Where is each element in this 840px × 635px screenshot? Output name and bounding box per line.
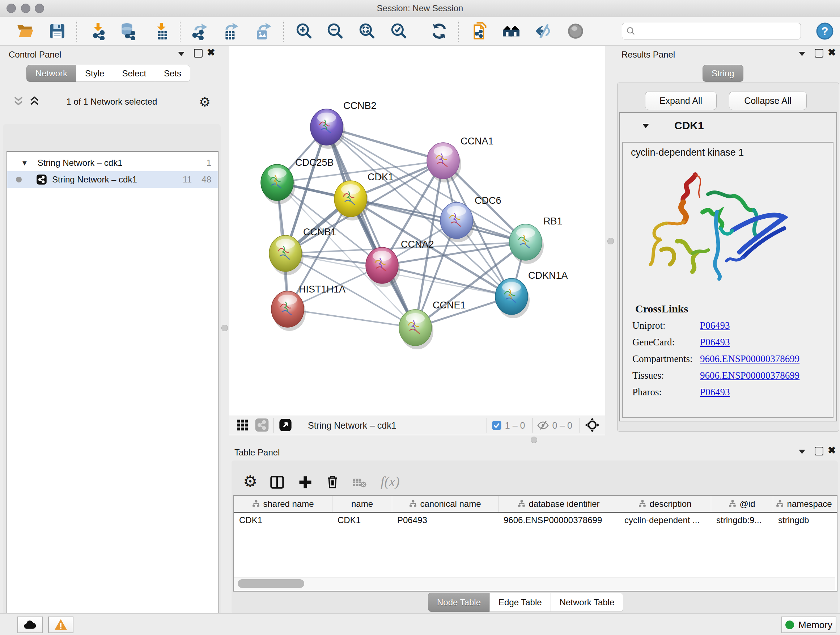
column-type-icon bbox=[252, 500, 260, 508]
grid-view-button[interactable] bbox=[236, 418, 249, 432]
table-row[interactable]: CDK1CDK1P064939606.ENSP00000378699cyclin… bbox=[234, 513, 837, 528]
network-node-CDC25B[interactable] bbox=[261, 165, 295, 204]
maximize-panel-button[interactable] bbox=[194, 49, 202, 57]
network-collection-row[interactable]: ▼ String Network – cdk1 1 bbox=[7, 155, 218, 171]
zoom-selected-button[interactable] bbox=[390, 22, 408, 40]
float-results-panel-button[interactable] bbox=[799, 52, 805, 56]
tab-node-table[interactable]: Node Table bbox=[428, 593, 490, 612]
delete-column-button[interactable] bbox=[325, 474, 340, 491]
horizontal-splitter-handle[interactable] bbox=[531, 437, 537, 443]
network-row[interactable]: String Network – cdk1 11 48 bbox=[7, 171, 218, 188]
collapse-all-button[interactable]: Collapse All bbox=[729, 92, 807, 110]
tab-select[interactable]: Select bbox=[113, 65, 155, 82]
crosslink-link[interactable]: P06493 bbox=[700, 386, 730, 398]
open-session-button[interactable] bbox=[16, 22, 34, 40]
gene-collapse-triangle[interactable] bbox=[643, 124, 649, 128]
gene-symbol: CDK1 bbox=[674, 119, 704, 132]
tab-network-table[interactable]: Network Table bbox=[551, 593, 624, 612]
memory-button[interactable]: Memory bbox=[782, 616, 836, 633]
export-network-button[interactable] bbox=[191, 22, 209, 40]
column-header-shared-name[interactable]: shared name bbox=[234, 496, 332, 512]
column-header-database-identifier[interactable]: database identifier bbox=[499, 496, 619, 512]
zoom-selected-icon bbox=[390, 22, 408, 40]
import-network-file-button[interactable] bbox=[89, 22, 107, 40]
table-options-gear-button[interactable]: ⚙ bbox=[243, 473, 257, 489]
table-hscrollbar-thumb[interactable] bbox=[238, 579, 304, 588]
zoom-fit-button[interactable] bbox=[358, 22, 376, 40]
column-type-icon bbox=[729, 500, 737, 508]
left-splitter-handle[interactable] bbox=[221, 325, 228, 331]
maximize-table-panel-button[interactable] bbox=[815, 447, 823, 455]
cell-database-identifier: 9606.ENSP00000378699 bbox=[499, 513, 619, 528]
create-column-button[interactable] bbox=[297, 474, 313, 491]
column-header-description[interactable]: description bbox=[619, 496, 711, 512]
hide-selected-button[interactable] bbox=[534, 22, 553, 40]
network-edge-HIST1H1A-CCNE1[interactable] bbox=[287, 309, 415, 328]
right-splitter-handle[interactable] bbox=[607, 238, 614, 244]
collection-expand-triangle[interactable]: ▼ bbox=[21, 159, 28, 167]
zoom-in-button[interactable] bbox=[295, 22, 313, 40]
search-input[interactable] bbox=[639, 24, 796, 38]
network-node-CCNB2[interactable] bbox=[310, 109, 345, 149]
import-network-from-file-button[interactable] bbox=[471, 22, 489, 40]
column-header-canonical-name[interactable]: canonical name bbox=[392, 496, 499, 512]
help-button[interactable]: ? bbox=[816, 22, 834, 40]
show-all-button[interactable] bbox=[567, 22, 584, 40]
node-label-CCNE1: CCNE1 bbox=[433, 300, 466, 310]
warning-icon bbox=[54, 618, 68, 631]
export-image-button[interactable] bbox=[253, 22, 271, 40]
hidden-eye-icon bbox=[537, 419, 549, 432]
crosslink-link[interactable]: P06493 bbox=[700, 320, 730, 331]
save-session-button[interactable] bbox=[48, 22, 66, 40]
zoom-out-button[interactable] bbox=[326, 22, 344, 40]
refresh-button[interactable] bbox=[430, 22, 448, 40]
detach-view-button[interactable] bbox=[278, 418, 293, 433]
selected-checkbox-icon[interactable] bbox=[491, 420, 502, 431]
tab-string[interactable]: String bbox=[703, 65, 744, 82]
network-node-HIST1H1A[interactable] bbox=[271, 291, 306, 331]
crosslink-link[interactable]: P06493 bbox=[700, 337, 730, 348]
warning-status-button[interactable] bbox=[48, 616, 73, 633]
network-node-RB1[interactable] bbox=[509, 224, 544, 264]
network-canvas[interactable]: CCNB2CCNA1CDC25BCDK1CDC6RB1CCNB1CCNA2CDK… bbox=[229, 46, 605, 416]
close-panel-button[interactable]: ✖ bbox=[207, 49, 215, 56]
network-edge-CCNB2-CCNE1[interactable] bbox=[327, 127, 415, 328]
fit-content-button[interactable] bbox=[584, 417, 600, 434]
crosslink-link[interactable]: 9606.ENSP00000378699 bbox=[700, 353, 799, 364]
tab-style[interactable]: Style bbox=[76, 65, 113, 82]
network-node-CCNA1[interactable] bbox=[427, 143, 461, 182]
crosslink-link[interactable]: 9606.ENSP00000378699 bbox=[700, 370, 799, 381]
node-label-CCNB1: CCNB1 bbox=[303, 226, 336, 238]
maximize-results-panel-button[interactable] bbox=[815, 49, 823, 57]
zoom-in-icon bbox=[295, 22, 313, 40]
tab-network[interactable]: Network bbox=[27, 65, 76, 82]
expand-all-button[interactable]: Expand All bbox=[645, 92, 717, 110]
string-network-icon bbox=[36, 174, 47, 185]
network-node-count: 11 bbox=[183, 174, 192, 185]
cell--id: stringdb:9... bbox=[711, 513, 773, 528]
network-node-CCNE1[interactable] bbox=[399, 310, 433, 349]
network-node-CDKN1A[interactable] bbox=[495, 279, 530, 318]
crosslink-row: Pharos:P06493 bbox=[623, 386, 833, 403]
table-hscrollbar-track[interactable] bbox=[234, 577, 835, 590]
network-node-CDK1[interactable] bbox=[334, 181, 369, 220]
close-table-panel-button[interactable]: ✖ bbox=[828, 447, 836, 454]
column-header-name[interactable]: name bbox=[332, 496, 392, 512]
tab-edge-table[interactable]: Edge Table bbox=[489, 593, 551, 612]
close-results-panel-button[interactable]: ✖ bbox=[828, 49, 836, 56]
selected-count: 1 – 0 bbox=[505, 420, 525, 431]
show-columns-button[interactable] bbox=[269, 474, 285, 491]
import-table-file-button[interactable] bbox=[153, 22, 171, 40]
import-network-database-button[interactable] bbox=[119, 22, 137, 40]
export-table-button[interactable] bbox=[222, 22, 240, 40]
column-header-namespace[interactable]: namespace bbox=[773, 496, 835, 512]
cloud-status-button[interactable] bbox=[17, 616, 43, 633]
float-table-panel-button[interactable] bbox=[799, 450, 805, 454]
column-header--id[interactable]: @id bbox=[711, 496, 773, 512]
network-options-gear-button[interactable]: ⚙ bbox=[199, 95, 210, 110]
houses-button[interactable] bbox=[502, 22, 520, 40]
tab-sets[interactable]: Sets bbox=[155, 65, 190, 82]
float-panel-button[interactable] bbox=[178, 52, 185, 56]
node-table: shared namenamecanonical namedatabase id… bbox=[233, 495, 837, 592]
birdseye-network-button[interactable] bbox=[255, 418, 269, 433]
